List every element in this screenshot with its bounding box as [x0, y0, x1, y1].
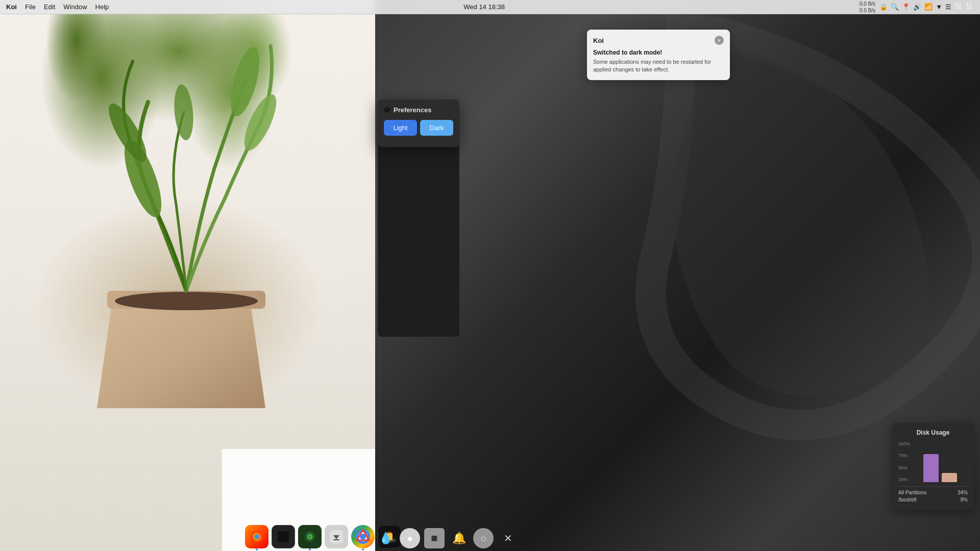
svg-marker-1	[97, 301, 265, 408]
net-speed: 0.0 B/s 0.0 B/s	[860, 1, 875, 14]
menu-window[interactable]: Window	[63, 3, 87, 11]
dark-background	[375, 0, 980, 551]
dock-item-download[interactable]	[325, 525, 348, 548]
dark-panel-area	[378, 133, 459, 337]
menu-bar: Koi File Edit Window Help Wed 14 18:38 0…	[0, 0, 980, 14]
menu-bar-right: 0.0 B/s 0.0 B/s 🔒 🔍 📍 🔊 📶 ▼ ☰ ⬜ ⬜	[860, 1, 980, 14]
disk-y-25: 25%	[898, 477, 910, 482]
dock-right-close[interactable]: ✕	[498, 528, 518, 548]
dock-item-black-square[interactable]	[272, 525, 295, 548]
disk-usage-widget: Disk Usage 100% 75% 50% 25% All Partitio…	[892, 423, 974, 510]
preferences-icon: ⚙	[384, 106, 390, 114]
magnify-icon[interactable]: 🔍	[891, 3, 899, 11]
preferences-panel: ⚙ Preferences Light Dark	[378, 99, 459, 147]
dock-right-bell[interactable]: 🔔	[449, 528, 469, 548]
dock-item-gear[interactable]: ⚙	[298, 525, 322, 548]
dock-right-water[interactable]: 💧	[375, 528, 396, 548]
location-icon[interactable]: 📍	[902, 3, 910, 11]
windows-icon[interactable]: ⬜	[954, 3, 963, 11]
theme-light-button[interactable]: Light	[384, 120, 417, 136]
notification-title: Koi	[593, 37, 604, 44]
svg-rect-17	[333, 539, 339, 540]
disk-chart: 100% 75% 50% 25%	[898, 441, 968, 482]
svg-point-11	[254, 534, 259, 539]
desktop-left	[0, 0, 375, 551]
desktop	[0, 0, 980, 551]
desktop-right	[375, 0, 980, 551]
plant-svg	[0, 0, 375, 434]
disk-y-75: 75%	[898, 453, 910, 458]
disk-legend-all: All Partitions 34%	[898, 490, 968, 495]
dock-item-firefox[interactable]	[245, 525, 268, 548]
menu-help[interactable]: Help	[95, 3, 109, 11]
disk-bar-all-partitions	[923, 454, 939, 482]
disk-legend-all-label: All Partitions	[898, 490, 927, 495]
lock-icon[interactable]: 🔒	[879, 3, 888, 11]
status-icons: 🔒 🔍 📍 🔊 📶 ▼ ☰ ⬜ ⬜	[879, 3, 974, 11]
disk-y-100: 100%	[898, 441, 910, 446]
notification-close-button[interactable]: ×	[715, 36, 724, 45]
notification-body: Some applications may need to be restart…	[593, 58, 724, 74]
net-up: 0.0 B/s	[860, 1, 875, 7]
disk-legend-all-value: 34%	[958, 490, 968, 495]
preferences-header: ⚙ Preferences	[384, 106, 453, 114]
svg-text:⚙: ⚙	[307, 533, 313, 541]
menu-bar-left: Koi File Edit Window Help	[0, 3, 109, 11]
dock-indicator-chromium	[362, 548, 364, 550]
theme-buttons: Light Dark	[384, 120, 453, 136]
app-name[interactable]: Koi	[6, 3, 17, 11]
notification-header: Koi ×	[593, 36, 724, 45]
preferences-title: Preferences	[394, 106, 431, 114]
menu-edit[interactable]: Edit	[44, 3, 55, 11]
net-down: 0.0 B/s	[860, 7, 875, 14]
disk-bar-boot-efi	[942, 473, 957, 482]
dropdown-icon[interactable]: ▼	[936, 3, 942, 11]
disk-usage-title: Disk Usage	[898, 429, 968, 436]
plant-background	[0, 0, 375, 551]
menu-bar-clock: Wed 14 18:38	[109, 3, 860, 11]
dock-item-chromium[interactable]	[351, 525, 375, 548]
dock-indicator-gear	[309, 548, 311, 550]
disk-y-labels: 100% 75% 50% 25%	[898, 441, 910, 482]
svg-point-8	[172, 84, 195, 141]
disk-legend-boot-value: 9%	[961, 497, 968, 503]
dock-right-circle-white[interactable]: ●	[400, 528, 420, 548]
notification-popup: Koi × Switched to dark mode! Some applic…	[587, 30, 730, 80]
disk-y-50: 50%	[898, 465, 910, 470]
menu-file[interactable]: File	[25, 3, 36, 11]
wifi-icon[interactable]: 📶	[924, 3, 933, 11]
svg-rect-12	[278, 531, 289, 542]
right-dock: 💧 ● ■ 🔔 ○ ✕	[375, 528, 518, 548]
dock-right-square[interactable]: ■	[424, 528, 445, 548]
theme-dark-button[interactable]: Dark	[420, 120, 453, 136]
hamburger-icon[interactable]: ☰	[945, 3, 951, 11]
disk-legend-boot: /boot/efi 9%	[898, 497, 968, 503]
notification-subtitle: Switched to dark mode!	[593, 49, 724, 56]
disk-legend-boot-label: /boot/efi	[898, 497, 917, 503]
abstract-bg	[375, 0, 980, 551]
windows2-icon[interactable]: ⬜	[966, 3, 974, 11]
disk-legend: All Partitions 34% /boot/efi 9%	[898, 486, 968, 503]
svg-point-3	[115, 292, 258, 310]
dock-indicator-firefox	[256, 548, 258, 550]
dock-right-circle2[interactable]: ○	[473, 528, 494, 548]
volume-icon[interactable]: 🔊	[913, 3, 921, 11]
